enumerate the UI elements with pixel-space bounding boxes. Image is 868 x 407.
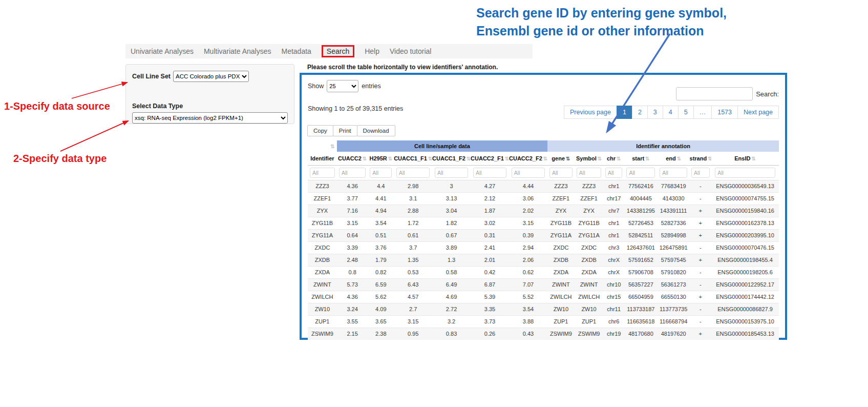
- identifier-sort-cell[interactable]: ⇅: [308, 140, 337, 152]
- sort-icon: ⇅: [708, 156, 711, 161]
- data-type-select[interactable]: xsq: RNA-seq Expression (log2 FPKM+1): [132, 112, 288, 124]
- download-button[interactable]: Download: [357, 125, 395, 136]
- table-cell: 52842511: [624, 229, 658, 241]
- table-cell: ZXDB: [308, 254, 337, 266]
- table-cell: chr3: [603, 241, 624, 254]
- filter-input-gene[interactable]: [549, 168, 573, 178]
- filter-input-chr[interactable]: [605, 168, 623, 178]
- table-row-zxda[interactable]: ZXDA0.80.820.530.580.420.62ZXDAZXDAchrX5…: [308, 266, 779, 278]
- filter-input-cuacc2-f1[interactable]: [473, 168, 506, 178]
- filter-input-cuacc1-f2[interactable]: [435, 168, 468, 178]
- table-cell: 52894998: [658, 229, 690, 241]
- table-cell: 3.77: [337, 192, 368, 205]
- table-cell: ZUP1: [547, 315, 575, 328]
- pagination-page-5[interactable]: 5: [678, 106, 694, 119]
- sort-icon: ⇅: [566, 156, 570, 161]
- print-button[interactable]: Print: [333, 125, 357, 136]
- nav-item-univariate-analyses[interactable]: Univariate Analyses: [131, 47, 194, 55]
- table-cell: ZYX: [547, 205, 575, 217]
- nav-item-help[interactable]: Help: [365, 47, 379, 55]
- filter-input-start[interactable]: [626, 168, 655, 178]
- table-cell: chr1: [603, 217, 624, 229]
- sort-icon: ⇅: [388, 156, 392, 161]
- table-row-zxdc[interactable]: ZXDC3.393.763.73.892.412.94ZXDCZXDCchr31…: [308, 241, 779, 254]
- table-cell: 4.36: [337, 291, 368, 303]
- pagination-next[interactable]: Next page: [737, 106, 779, 119]
- blue-instruction-note: Search gene ID by entering gene symbol, …: [476, 4, 804, 40]
- table-cell: ZZZ3: [547, 180, 575, 192]
- table-cell: 6.59: [368, 278, 394, 291]
- table-cell: ENSG00000074755.15: [711, 192, 779, 205]
- table-cell: 0.82: [368, 266, 394, 278]
- column-header-end[interactable]: end⇅: [658, 152, 690, 165]
- table-cell: 3.54: [368, 217, 394, 229]
- pagination-page-1[interactable]: 1: [617, 106, 632, 119]
- table-cell: 3.54: [509, 303, 547, 315]
- pagination-page-1573[interactable]: 1573: [711, 106, 738, 119]
- column-header-h295r[interactable]: H295R⇅: [368, 152, 394, 165]
- table-row-zup1[interactable]: ZUP13.553.653.153.23.733.88ZUP1ZUP1chr61…: [308, 315, 779, 328]
- table-cell: ENSG00000185453.13: [711, 328, 779, 340]
- column-header-gene[interactable]: gene⇅: [547, 152, 575, 165]
- nav-item-multivariate-analyses[interactable]: Multivariate Analyses: [204, 47, 271, 55]
- pagination-previous[interactable]: Previous page: [564, 106, 617, 119]
- table-row-zzz3[interactable]: ZZZ34.364.42.9834.274.44ZZZ3ZZZ3chr17756…: [308, 180, 779, 192]
- column-header-cuacc2-f2[interactable]: CUACC2_F2⇅: [509, 152, 547, 165]
- column-header-chr[interactable]: chr⇅: [603, 152, 624, 165]
- column-header-identifier[interactable]: Identifier: [308, 152, 337, 165]
- table-cell: ZXDC: [308, 241, 337, 254]
- table-row-zyx[interactable]: ZYX7.164.942.883.041.872.02ZYXZYXchr7143…: [308, 205, 779, 217]
- nav-item-search[interactable]: Search: [322, 45, 354, 57]
- table-cell: ENSG00000153975.10: [711, 315, 779, 328]
- table-cell: chr17: [603, 192, 624, 205]
- column-header-cuacc2-f1[interactable]: CUACC2_F1⇅: [471, 152, 509, 165]
- filter-input-cuacc1-f1[interactable]: [396, 168, 430, 178]
- pagination-page-2[interactable]: 2: [632, 106, 648, 119]
- table-cell: 3.04: [432, 205, 471, 217]
- table-row-zyg11b[interactable]: ZYG11B3.153.541.721.823.023.15ZYG11BZYG1…: [308, 217, 779, 229]
- table-cell: 6.87: [471, 278, 509, 291]
- table-cell: ZUP1: [575, 315, 604, 328]
- table-search-input[interactable]: [676, 87, 753, 100]
- table-cell: 56361273: [658, 278, 690, 291]
- filter-input-end[interactable]: [660, 168, 687, 178]
- filter-input-h295r[interactable]: [370, 168, 392, 178]
- nav-item-video-tutorial[interactable]: Video tutorial: [390, 47, 431, 55]
- table-row-zwilch[interactable]: ZWILCH4.365.624.574.695.395.52ZWILCHZWIL…: [308, 291, 779, 303]
- column-header-ensid[interactable]: EnsID⇅: [711, 152, 779, 165]
- filter-input-cuacc2[interactable]: [339, 168, 366, 178]
- column-label: chr: [607, 155, 616, 161]
- copy-button[interactable]: Copy: [307, 125, 333, 136]
- blue-note-line2: Ensembl gene id or other information: [476, 22, 804, 40]
- pagination-page-3[interactable]: 3: [647, 106, 663, 119]
- pagination-ellipsis[interactable]: …: [693, 106, 712, 119]
- nav-item-metadata[interactable]: Metadata: [281, 47, 311, 55]
- table-cell: 77683419: [658, 180, 690, 192]
- filter-input-cuacc2-f2[interactable]: [512, 168, 545, 178]
- column-label: CUACC2: [338, 155, 362, 161]
- table-row-zxdb[interactable]: ZXDB2.481.791.351.32.012.06ZXDBZXDBchrX5…: [308, 254, 779, 266]
- page-length-select[interactable]: 25: [327, 80, 358, 92]
- table-row-zzef1[interactable]: ZZEF13.774.413.13.132.123.06ZZEF1ZZEF1ch…: [308, 192, 779, 205]
- filter-input-ensid[interactable]: [715, 168, 775, 178]
- column-header-strand[interactable]: strand⇅: [690, 152, 712, 165]
- column-header-cuacc2[interactable]: CUACC2⇅: [337, 152, 368, 165]
- column-header-symbol[interactable]: Symbol⇅: [575, 152, 604, 165]
- table-cell: ZZEF1: [575, 192, 604, 205]
- table-row-zyg11a[interactable]: ZYG11A0.640.510.610.670.310.39ZYG11AZYG1…: [308, 229, 779, 241]
- column-header-cuacc1-f1[interactable]: CUACC1_F1⇅: [394, 152, 432, 165]
- table-cell: chr6: [603, 315, 624, 328]
- table-cell: 0.95: [394, 328, 432, 340]
- table-row-zswim9[interactable]: ZSWIM92.152.380.950.830.260.43ZSWIM9ZSWI…: [308, 328, 779, 340]
- filter-input-identifier[interactable]: [310, 168, 335, 178]
- filter-input-strand[interactable]: [691, 168, 709, 178]
- table-row-zwint[interactable]: ZWINT5.736.596.436.496.877.07ZWINTZWINTc…: [308, 278, 779, 291]
- column-header-start[interactable]: start⇅: [624, 152, 658, 165]
- filter-input-symbol[interactable]: [577, 168, 602, 178]
- table-row-zw10[interactable]: ZW103.244.092.72.723.353.54ZW10ZW10chr11…: [308, 303, 779, 315]
- table-cell: +: [690, 328, 712, 340]
- pagination-page-4[interactable]: 4: [663, 106, 679, 119]
- cell-line-set-select[interactable]: ACC Colorado plus PDX: [173, 71, 249, 82]
- table-cell: -: [690, 180, 712, 192]
- column-header-cuacc1-f2[interactable]: CUACC1_F2⇅: [432, 152, 471, 165]
